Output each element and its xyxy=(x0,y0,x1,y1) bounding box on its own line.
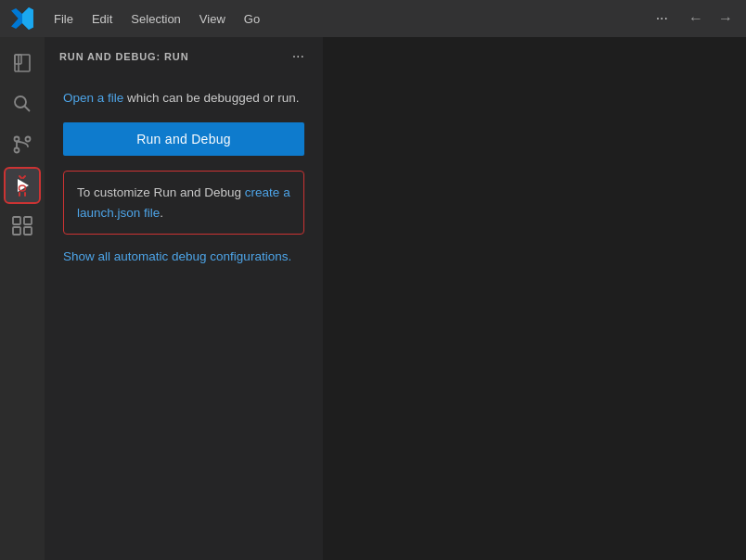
vscode-logo-icon xyxy=(7,4,37,33)
open-file-link[interactable]: Open a file xyxy=(63,91,123,105)
svg-line-11 xyxy=(19,176,21,178)
search-icon[interactable] xyxy=(4,85,41,122)
menu-go[interactable]: Go xyxy=(235,8,269,30)
main-area: RUN AND DEBUG: RUN ··· Open a file which… xyxy=(0,37,746,560)
source-control-icon[interactable] xyxy=(4,126,41,163)
sidebar-more-button[interactable]: ··· xyxy=(289,46,308,67)
sidebar-title: RUN AND DEBUG: RUN xyxy=(59,51,188,62)
svg-rect-15 xyxy=(24,227,32,235)
run-and-debug-button[interactable]: Run and Debug xyxy=(63,122,304,156)
open-file-description: Open a file which can be debugged or run… xyxy=(63,89,304,108)
svg-point-3 xyxy=(15,96,26,108)
svg-point-7 xyxy=(26,137,31,142)
show-configs-link[interactable]: Show all automatic debug configurations. xyxy=(63,249,304,263)
sidebar-panel: RUN AND DEBUG: RUN ··· Open a file which… xyxy=(45,37,323,560)
open-file-suffix: which can be debugged or run. xyxy=(123,91,299,105)
svg-rect-16 xyxy=(13,217,20,224)
extensions-icon[interactable] xyxy=(4,208,41,245)
menu-view[interactable]: View xyxy=(190,8,235,30)
svg-rect-14 xyxy=(13,227,20,235)
menu-selection[interactable]: Selection xyxy=(122,8,189,30)
menu-edit[interactable]: Edit xyxy=(83,8,122,30)
forward-button[interactable]: → xyxy=(713,6,739,31)
explorer-icon[interactable] xyxy=(4,45,41,82)
sidebar-header: RUN AND DEBUG: RUN ··· xyxy=(45,37,323,74)
customize-text: To customize Run and Debug create a laun… xyxy=(77,185,290,220)
svg-line-4 xyxy=(25,107,31,112)
nav-arrows: ← → xyxy=(683,6,739,31)
menu-ellipsis[interactable]: ··· xyxy=(649,6,675,31)
customize-prefix: To customize Run and Debug xyxy=(77,185,245,199)
back-button[interactable]: ← xyxy=(683,6,709,31)
customize-suffix: . xyxy=(160,206,163,220)
activity-bar xyxy=(0,37,45,560)
run-debug-icon[interactable] xyxy=(4,167,41,204)
customize-box: To customize Run and Debug create a laun… xyxy=(63,171,304,235)
svg-line-12 xyxy=(23,176,25,178)
svg-rect-17 xyxy=(24,217,32,224)
menu-file[interactable]: File xyxy=(45,8,83,30)
menubar: File Edit Selection View Go ··· ← → xyxy=(0,0,746,37)
sidebar-content: Open a file which can be debugged or run… xyxy=(45,74,323,278)
svg-rect-1 xyxy=(15,55,30,71)
